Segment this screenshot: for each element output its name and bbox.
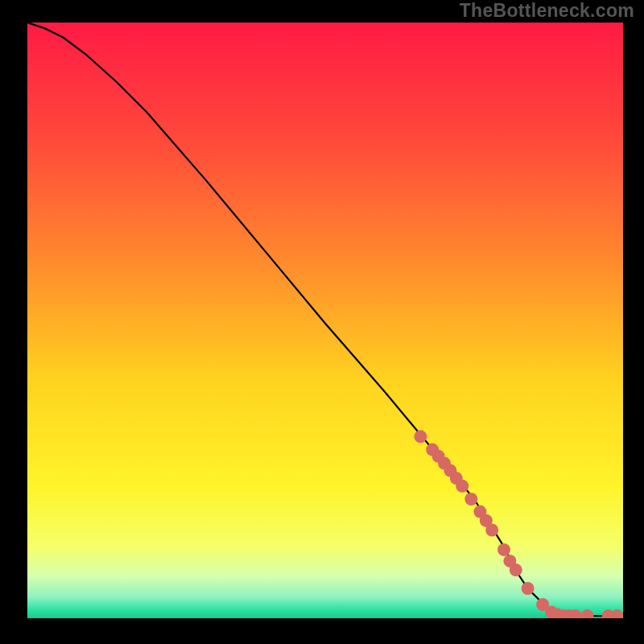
scatter-point (485, 523, 498, 536)
scatter-point (497, 543, 510, 556)
plot-area (27, 23, 623, 618)
gradient-background (27, 23, 623, 618)
scatter-point (414, 430, 427, 443)
scatter-point (464, 493, 477, 506)
watermark-text: TheBottleneck.com (460, 0, 634, 22)
scatter-point (456, 480, 469, 493)
scatter-point (510, 564, 522, 576)
chart-svg (27, 23, 623, 618)
scatter-point (522, 582, 535, 595)
chart-frame: TheBottleneck.com (0, 0, 644, 644)
